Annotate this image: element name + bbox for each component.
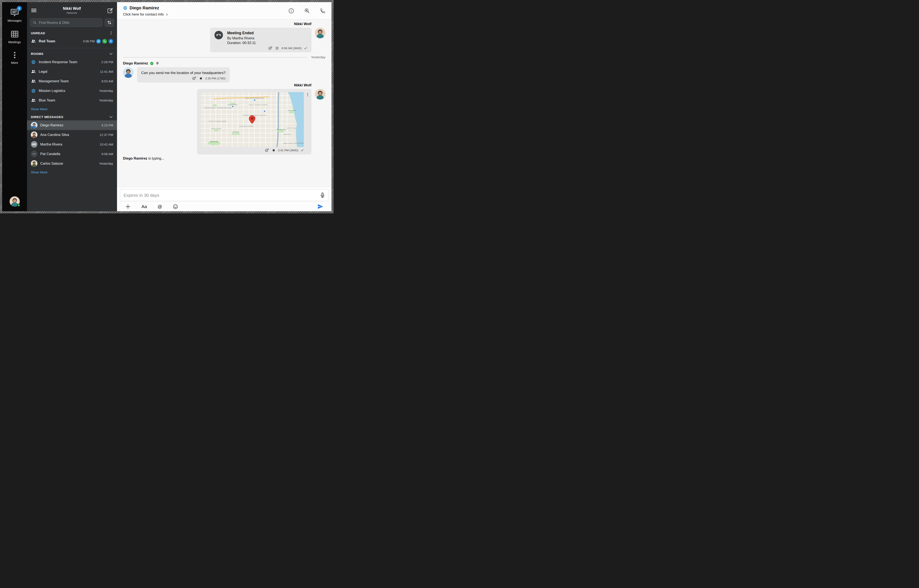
nav-more[interactable]: More bbox=[11, 51, 19, 65]
user-avatar[interactable] bbox=[10, 196, 20, 207]
people-icon bbox=[31, 79, 36, 84]
meetings-icon bbox=[10, 29, 19, 39]
svg-text:Bhy Kracke Park: Bhy Kracke Park bbox=[276, 129, 286, 130]
nikki-wolf-avatar bbox=[315, 89, 325, 100]
messages-unread-badge: 5 bbox=[17, 6, 22, 11]
unread-section-header: UNREAD bbox=[27, 27, 117, 36]
people-icon bbox=[31, 39, 36, 44]
room-item[interactable]: Management Team 8:53 AM bbox=[27, 76, 117, 86]
rooms-collapse-button[interactable] bbox=[109, 52, 113, 56]
format-text-button[interactable]: Aa bbox=[142, 204, 147, 209]
typing-text: is typing... bbox=[147, 157, 164, 160]
send-button[interactable] bbox=[317, 204, 323, 210]
meeting-card-title: Meeting Ended bbox=[227, 31, 307, 35]
sort-icon bbox=[107, 20, 112, 25]
room-item[interactable]: Incident Response Team 2:28 PM bbox=[27, 57, 117, 67]
chevron-down-icon bbox=[109, 115, 113, 119]
dm-item-ana-carolina-silva[interactable]: Ana Carolina Silva 12:37 PM bbox=[27, 130, 117, 139]
verified-badge-icon bbox=[150, 61, 154, 66]
new-message-button[interactable] bbox=[107, 8, 113, 14]
favorite-button[interactable] bbox=[272, 148, 276, 152]
svg-text:WESTLAKE: WESTLAKE bbox=[287, 128, 297, 129]
meeting-card-by: By Martha Rivera bbox=[227, 36, 307, 40]
incoming-message-bubble: Can you send me the location of your hea… bbox=[137, 67, 230, 82]
missed-call-icon bbox=[102, 39, 107, 44]
direct-messages-label: DIRECT MESSAGES bbox=[31, 115, 63, 119]
add-reaction-button[interactable] bbox=[192, 76, 197, 81]
unread-item-red-team[interactable]: Red Team 3:06 PM @ 5 bbox=[27, 36, 117, 46]
room-item[interactable]: Mission Logistics Yesterday bbox=[27, 86, 117, 95]
chat-header: Diego Ramirez Click here for contact inf… bbox=[117, 2, 331, 19]
svg-text:WEST QUEEN ANNE: WEST QUEEN ANNE bbox=[209, 121, 226, 122]
chat-panel: Diego Ramirez Click here for contact inf… bbox=[117, 2, 331, 211]
map-attachment[interactable]: Queen Anne Elementary School Queen Anne … bbox=[201, 92, 304, 147]
people-icon bbox=[31, 98, 36, 103]
typing-name: Diego Ramirez bbox=[123, 157, 147, 160]
chevron-down-icon bbox=[109, 52, 113, 56]
dm-item-martha-rivera[interactable]: MR Martha Rivera 10:42 AM bbox=[27, 139, 117, 149]
rooms-show-more[interactable]: Show More bbox=[27, 105, 117, 111]
dm-item-carlos-salazar[interactable]: Carlos Salazar Yesterday bbox=[27, 159, 117, 168]
message-time: 2:41 PM (364D) bbox=[278, 149, 298, 152]
people-icon bbox=[31, 69, 36, 74]
date-separator-label: Yesterday bbox=[311, 55, 325, 59]
search-icon bbox=[33, 21, 37, 25]
nav-meetings[interactable]: Meetings bbox=[8, 29, 21, 44]
dms-collapse-button[interactable] bbox=[109, 115, 113, 119]
carlos-avatar bbox=[31, 160, 37, 167]
menu-button[interactable] bbox=[31, 8, 37, 13]
date-separator: Yesterday bbox=[123, 55, 325, 59]
attach-button[interactable] bbox=[125, 204, 131, 210]
search-row bbox=[30, 18, 114, 27]
nav-rail: 5 Messages Meetings More bbox=[2, 2, 27, 211]
emoji-plus-icon bbox=[192, 76, 197, 81]
external-network-badge bbox=[30, 126, 33, 129]
unread-options-button[interactable] bbox=[109, 31, 113, 35]
dm-item-pat-candella[interactable]: ••• Pat Candella 6:08 AM bbox=[27, 149, 117, 159]
dms-show-more[interactable]: Show More bbox=[27, 168, 117, 174]
dm-section-header: DIRECT MESSAGES bbox=[27, 111, 117, 120]
emoji-plus-icon bbox=[265, 148, 269, 152]
globe-icon bbox=[31, 89, 36, 93]
svg-text:Trolley Hill Park: Trolley Hill Park bbox=[287, 110, 297, 111]
room-item[interactable]: Legal 11:41 AM bbox=[27, 67, 117, 76]
incoming-sender-row: Diego Ramirez bbox=[123, 61, 325, 66]
message-time: 2:35 PM (179D) bbox=[205, 77, 226, 80]
nav-messages[interactable]: 5 Messages bbox=[8, 8, 21, 23]
add-reaction-button[interactable] bbox=[268, 46, 273, 50]
ellipsis-v-icon bbox=[109, 31, 113, 35]
contact-info-link[interactable]: Click here for contact info bbox=[123, 12, 168, 16]
emoji-button[interactable] bbox=[173, 204, 178, 209]
room-item[interactable]: Blue Team Yesterday bbox=[27, 95, 117, 105]
map-options-button[interactable] bbox=[305, 92, 310, 97]
star-filled-icon bbox=[272, 148, 276, 152]
message-list: Nikki Wolf Meeting Ended By Martha River… bbox=[117, 19, 331, 187]
smiley-icon bbox=[173, 204, 178, 209]
diego-avatar bbox=[123, 67, 134, 78]
mention-button[interactable]: @ bbox=[158, 204, 162, 209]
message-input[interactable] bbox=[120, 189, 328, 201]
chat-title: Diego Ramirez bbox=[129, 5, 159, 10]
dm-item-diego-ramirez[interactable]: Diego Ramirez 3:15 PM bbox=[27, 120, 117, 130]
add-reaction-button[interactable] bbox=[265, 148, 269, 152]
info-button[interactable] bbox=[289, 8, 294, 14]
microphone-icon bbox=[320, 192, 325, 198]
search-starred-button[interactable] bbox=[304, 8, 310, 14]
nikki-wolf-avatar bbox=[315, 27, 325, 38]
typing-indicator: Diego Ramirez is typing... bbox=[123, 157, 325, 160]
favorite-button[interactable] bbox=[275, 46, 279, 50]
sender-name: Diego Ramirez bbox=[123, 61, 148, 66]
search-input[interactable] bbox=[39, 21, 100, 25]
favorite-button[interactable] bbox=[199, 76, 203, 81]
ana-avatar bbox=[31, 131, 37, 138]
martha-initials-avatar: MR bbox=[31, 141, 37, 148]
svg-text:Evergreen Garden School - Quee: Evergreen Garden School - Queen Anne bbox=[243, 115, 266, 116]
sort-button[interactable] bbox=[105, 18, 114, 27]
composer: Aa @ bbox=[117, 187, 331, 211]
rooms-section-header: ROOMS bbox=[27, 48, 117, 57]
search-box[interactable] bbox=[30, 18, 103, 27]
svg-text:Kenmore Air: Kenmore Air bbox=[284, 134, 291, 135]
call-button[interactable] bbox=[320, 8, 325, 14]
composer-toolbar: Aa @ bbox=[120, 201, 328, 210]
voice-memo-button[interactable] bbox=[320, 192, 325, 198]
